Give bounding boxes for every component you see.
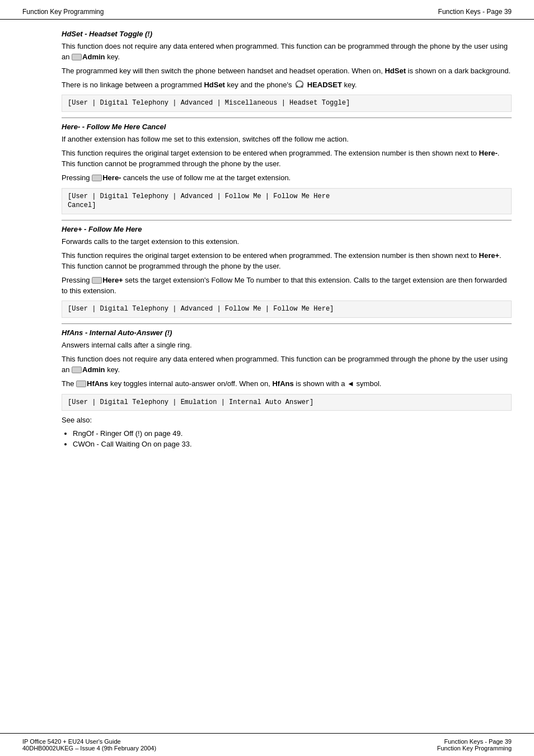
here-plus-para2: This function requires the original targ… [62, 251, 512, 272]
hdset-code: [User | Digital Telephony | Advanced | M… [62, 95, 512, 112]
section-here-minus-title: Here- - Follow Me Here Cancel [62, 123, 512, 131]
footer-right: Function Keys - Page 39 Function Key Pro… [437, 738, 512, 752]
footer-right-line1: Function Keys - Page 39 [437, 738, 512, 745]
header-left: Function Key Programming [22, 8, 104, 16]
svg-rect-2 [301, 86, 303, 88]
section-here-plus-body: Forwards calls to the target extension t… [62, 237, 512, 318]
page-wrapper: Function Key Programming Function Keys -… [0, 0, 534, 756]
page-content: HdSet - Headset Toggle (!) This function… [0, 20, 534, 733]
admin-key-icon [72, 54, 82, 60]
footer-left-line1: IP Office 5420 + EU24 User's Guide [22, 738, 156, 745]
here-minus-code: [User | Digital Telephony | Advanced | F… [62, 188, 512, 215]
here-minus-para2: This function requires the original targ… [62, 148, 512, 170]
hdset-para2: The programmed key will then switch the … [62, 66, 512, 77]
section-hfans: HfAns - Internal Auto-Answer (!) Answers… [62, 323, 512, 448]
hdset-para3: There is no linkage between a programmed… [62, 80, 512, 91]
here-minus-para3: Pressing Here- cancels the use of follow… [62, 173, 512, 184]
section-hdset: HdSet - Headset Toggle (!) This function… [62, 25, 512, 112]
hdset-para1: This function does not require any data … [62, 41, 512, 63]
section-here-plus: Here+ - Follow Me Here Forwards calls to… [62, 220, 512, 318]
section-here-minus: Here- - Follow Me Here Cancel If another… [62, 118, 512, 214]
see-also-label: See also: [62, 415, 512, 426]
section-here-plus-title: Here+ - Follow Me Here [62, 225, 512, 233]
here-minus-key-icon [92, 175, 102, 181]
here-plus-code: [User | Digital Telephony | Advanced | F… [62, 300, 512, 318]
header-right: Function Keys - Page 39 [438, 8, 512, 16]
headset-icon [294, 80, 305, 89]
hfans-code: [User | Digital Telephony | Emulation | … [62, 394, 512, 411]
see-also-list: RngOf - Ringer Off (!) on page 49. CWOn … [62, 429, 512, 448]
section-here-minus-body: If another extension has follow me set t… [62, 134, 512, 214]
here-plus-para3: Pressing Here+ sets the target extension… [62, 275, 512, 297]
hfans-admin-key-icon [72, 367, 82, 373]
page-footer: IP Office 5420 + EU24 User's Guide 40DHB… [0, 733, 534, 756]
hfans-para2: This function does not require any data … [62, 354, 512, 375]
page-header: Function Key Programming Function Keys -… [0, 0, 534, 20]
footer-left: IP Office 5420 + EU24 User's Guide 40DHB… [22, 738, 156, 752]
here-minus-para1: If another extension has follow me set t… [62, 134, 512, 145]
footer-right-line2: Function Key Programming [437, 745, 512, 752]
see-also-item-1: RngOf - Ringer Off (!) on page 49. [73, 429, 512, 438]
here-plus-para1: Forwards calls to the target extension t… [62, 237, 512, 247]
hfans-para3: The HfAns key toggles internal auto-answ… [62, 379, 512, 389]
footer-left-line2: 40DHB0002UKEG – Issue 4 (9th February 20… [22, 745, 156, 752]
svg-rect-1 [296, 86, 298, 88]
hfans-key-icon [76, 381, 86, 387]
section-hfans-body: Answers internal calls after a single ri… [62, 340, 512, 448]
see-also-item-2: CWOn - Call Waiting On on page 33. [73, 440, 512, 448]
hfans-para1: Answers internal calls after a single ri… [62, 340, 512, 351]
section-hfans-title: HfAns - Internal Auto-Answer (!) [62, 328, 512, 337]
here-plus-key-icon [92, 277, 102, 284]
section-hdset-title: HdSet - Headset Toggle (!) [62, 30, 512, 38]
section-hdset-body: This function does not require any data … [62, 41, 512, 112]
